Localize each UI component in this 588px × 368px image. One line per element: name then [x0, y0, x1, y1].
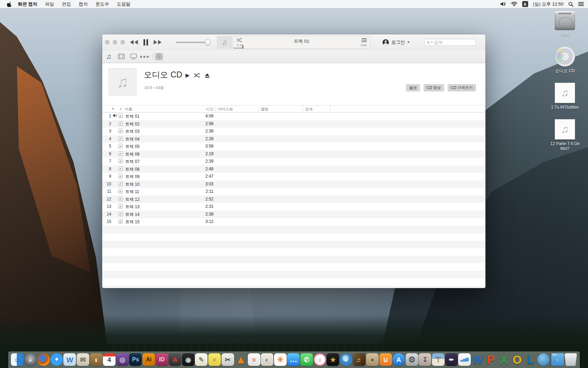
header-album[interactable]: 앨범 [261, 107, 268, 112]
dock-powerpoint[interactable]: P [484, 353, 497, 368]
notification-center-icon[interactable] [578, 2, 584, 6]
minimize-button[interactable] [113, 40, 117, 45]
track-checkbox[interactable]: ✓ [118, 189, 123, 193]
volume-knob[interactable] [205, 39, 211, 45]
cd-import-button[interactable]: CD 가져오기 [448, 84, 476, 91]
column-divider[interactable] [258, 105, 259, 112]
track-name[interactable]: 트랙 05 [125, 144, 140, 150]
dock-collage-app[interactable]: ■ [366, 353, 379, 368]
next-button[interactable] [153, 40, 162, 45]
sort-arrow-icon[interactable]: ▲ [111, 107, 114, 110]
dock-photos[interactable]: ✳ [274, 353, 287, 368]
dock-messages[interactable]: … [287, 353, 300, 368]
track-row-7[interactable]: 7✓트랙 072:39 [102, 158, 485, 165]
cd-info-button[interactable]: CD 정보 [424, 84, 444, 91]
dock-firefox[interactable] [37, 353, 50, 368]
track-checkbox[interactable]: ✓ [118, 159, 123, 163]
dock-star-app[interactable]: ★ [327, 353, 339, 368]
track-name[interactable]: 트랙 15 [125, 219, 140, 225]
track-row-4[interactable]: 4✓트랙 042:28 [102, 135, 485, 143]
track-name[interactable]: 트랙 07 [125, 159, 140, 165]
menu-clock[interactable]: (일) 오후 12:50 [533, 1, 564, 7]
header-time[interactable]: 시간 [192, 107, 214, 112]
track-checkbox[interactable]: ✓ [118, 204, 123, 209]
more-media-button[interactable]: ●●● [139, 50, 150, 63]
column-divider[interactable] [330, 105, 330, 112]
zoom-button[interactable] [120, 40, 125, 45]
dock-illustrator[interactable]: Ai [142, 353, 155, 368]
dock-keynote[interactable]: ⊤ [432, 353, 444, 368]
dock-mail[interactable]: ✉ [77, 353, 89, 368]
wifi-icon[interactable] [511, 2, 517, 6]
dock-vlc[interactable]: ▲ [234, 353, 247, 368]
menu-item-3[interactable]: 편집 [58, 0, 75, 8]
menu-item-5[interactable]: 윈도우 [92, 0, 113, 8]
options-button[interactable]: 옵션 [406, 84, 420, 91]
dock-itunes[interactable]: ♫ [314, 353, 326, 368]
dock-acrobat[interactable]: A [169, 353, 181, 368]
apple-menu[interactable] [5, 0, 14, 8]
dock-word[interactable]: W [471, 353, 484, 368]
dock-app-store[interactable]: A [392, 353, 405, 368]
dock-contacts[interactable]: ▮ [90, 353, 103, 368]
track-row-12[interactable]: 12✓트랙 122:52 [102, 196, 485, 203]
dock-excel[interactable]: X [498, 353, 510, 368]
dock-garageband[interactable]: ♬ [353, 353, 365, 368]
volume-icon[interactable] [500, 2, 506, 6]
track-row-6[interactable]: 6✓트랙 062:19 [102, 150, 485, 158]
desktop-icon-audio-4[interactable]: ♫12 Parle-T-Il De Moi? [546, 119, 584, 151]
menu-item-2[interactable]: 파일 [41, 0, 58, 8]
spotlight-icon[interactable] [568, 2, 573, 7]
dock-safari[interactable]: ✦ [50, 353, 63, 368]
tv-shows-tab[interactable] [128, 50, 139, 63]
track-name[interactable]: 트랙 11 [125, 189, 139, 195]
column-divider[interactable] [216, 105, 216, 112]
track-name[interactable]: 트랙 10 [125, 182, 140, 188]
dock-lync[interactable]: L [524, 353, 537, 368]
dock-toast-titanium[interactable]: ◎ [116, 353, 129, 368]
dock-compass-documents-app[interactable]: ◐ [261, 353, 273, 368]
dock-facetime[interactable]: ✆ [300, 353, 313, 368]
track-row-5[interactable]: 5✓트랙 053:56 [102, 143, 485, 150]
dock-numbers[interactable]: ▃▅▇ [458, 353, 471, 368]
audio-cd-tab[interactable] [154, 53, 163, 61]
menu-item-1[interactable]: 화면 캡처 [14, 0, 41, 8]
column-divider[interactable] [303, 105, 303, 112]
track-checkbox[interactable]: ✓ [118, 212, 123, 216]
track-name[interactable]: 트랙 01 [125, 114, 140, 120]
music-tab[interactable]: ♫ [104, 50, 114, 63]
dock-outlook[interactable]: O [511, 353, 524, 368]
dock-reminders[interactable]: ≡ [248, 353, 260, 368]
desktop-icon-hdd-1[interactable]: mac [555, 11, 575, 37]
dock-documents-folder[interactable]: ♪ [551, 353, 564, 368]
volume-slider[interactable] [176, 42, 210, 43]
track-row-11[interactable]: 11✓트랙 112:11 [102, 188, 485, 196]
dock-installer-app[interactable]: ↧ [419, 353, 431, 368]
track-name[interactable]: 트랙 14 [125, 212, 140, 218]
progress-bar[interactable] [233, 48, 243, 48]
track-row-2[interactable]: 2✓트랙 022:56 [102, 120, 485, 128]
dock-launchpad[interactable]: ▲ [24, 353, 37, 368]
header-genre[interactable]: 장르 [305, 107, 313, 112]
track-row-10[interactable]: 10✓트랙 103:03 [102, 180, 485, 188]
search-scope-chevron-icon[interactable]: ▼ [430, 41, 433, 43]
track-checkbox[interactable]: ✓ [118, 197, 123, 201]
track-name[interactable]: 트랙 02 [125, 121, 140, 127]
header-name[interactable]: 이름 [125, 107, 132, 112]
header-artist[interactable]: 아티스트 [218, 107, 233, 112]
account-login[interactable]: 로그인 ▼ [382, 34, 410, 50]
desktop-icon-audio-3[interactable]: ♫1 Tu M'Oublies [551, 83, 579, 110]
movies-tab[interactable] [116, 50, 126, 63]
media-picker-button[interactable]: ♫ [217, 36, 232, 49]
dock-ibooks[interactable]: ∪ [379, 353, 392, 368]
shuffle-album-button[interactable] [194, 73, 201, 77]
track-checkbox[interactable]: ✓ [118, 144, 123, 148]
close-button[interactable] [105, 40, 110, 45]
dock-pages[interactable]: ✒ [445, 353, 458, 368]
track-row-14[interactable]: 14✓트랙 142:38 [102, 211, 485, 218]
track-name[interactable]: 트랙 09 [125, 174, 140, 180]
eject-button[interactable] [205, 73, 210, 78]
input-source-icon[interactable]: A [522, 1, 528, 7]
track-checkbox[interactable]: ✓ [118, 166, 123, 171]
dock-textedit[interactable]: ✎ [195, 353, 208, 368]
